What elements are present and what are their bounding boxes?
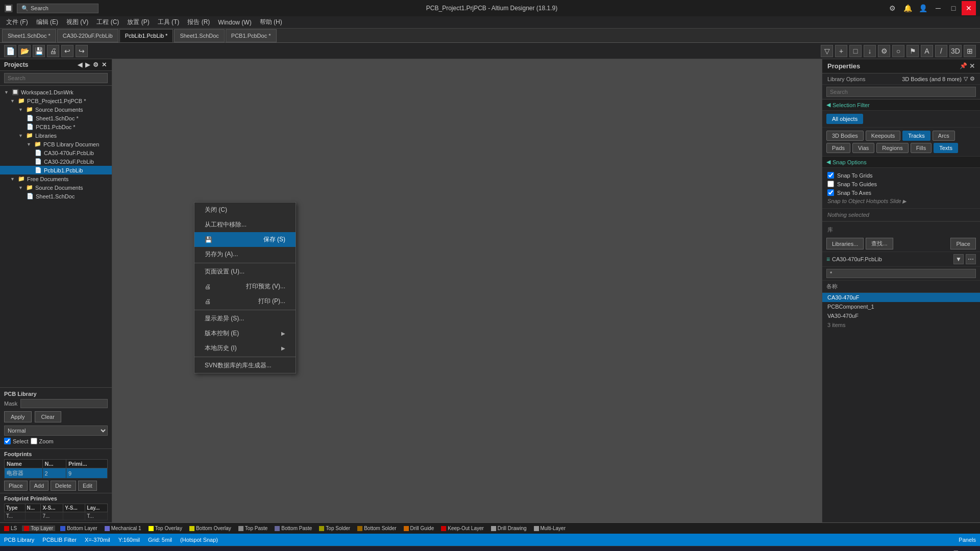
toolbar-3d[interactable]: 3D (949, 45, 962, 57)
ctx-save-as[interactable]: 另存为 (A)... (194, 247, 296, 262)
menu-edit[interactable]: 编辑 (E) (32, 17, 62, 28)
add-button[interactable]: Add (30, 481, 49, 491)
snap-axes-check[interactable] (827, 189, 834, 196)
list-item[interactable]: CA30-470uF (822, 293, 980, 302)
lib-place-button[interactable]: Place (950, 238, 976, 249)
selection-filter-header[interactable]: ◀ Selection Filter (822, 99, 980, 111)
ctx-close[interactable]: 关闭 (C) (194, 203, 296, 217)
layer-keepout[interactable]: Keep-Out Layer (439, 525, 486, 531)
taskbar-edge[interactable]: 🌐 (188, 547, 206, 552)
notification-icon[interactable]: 🔔 (900, 1, 915, 15)
layer-bottom-solder[interactable]: Bottom Solder (355, 525, 398, 531)
filter-arcs[interactable]: Arcs (933, 131, 955, 141)
tree-ca30-470[interactable]: 📄 CA30-470uF.PcbLib (0, 148, 112, 157)
list-item[interactable]: VA30-470uF (822, 311, 980, 320)
libraries-button[interactable]: Libraries... (826, 238, 864, 249)
menu-project[interactable]: 工程 (C) (92, 17, 123, 28)
gear-icon[interactable]: ⚙ (885, 1, 899, 15)
normal-select[interactable]: Normal (4, 425, 108, 436)
taskbar-ie[interactable]: 🌐 (229, 547, 247, 552)
toolbar-extra[interactable]: ⊞ (964, 45, 976, 57)
filter-icon[interactable]: ▽ (964, 76, 968, 82)
start-button[interactable] (4, 547, 22, 552)
tree-source-docs2[interactable]: ▼ 📁 Source Documents (0, 183, 112, 192)
tree-sheet1-schdoc2[interactable]: 📄 Sheet1.SchDoc (0, 192, 112, 201)
ctx-remove[interactable]: 从工程中移除... (194, 217, 296, 232)
lib-filter-input[interactable] (826, 269, 976, 278)
properties-search-input[interactable] (826, 87, 976, 97)
menu-place[interactable]: 放置 (P) (123, 17, 153, 28)
snap-grids-check[interactable] (827, 172, 834, 179)
taskbar-app2[interactable]: 🔴 (270, 547, 288, 552)
zoom-check[interactable] (31, 438, 37, 444)
panel-settings[interactable]: ⚙ (92, 61, 100, 68)
tree-project[interactable]: ▼ 📁 PCB_Project1.PrjPCB * (0, 96, 112, 105)
list-item[interactable]: PCBComponent_1 (822, 302, 980, 311)
snap-options-header[interactable]: ◀ Snap Options (822, 157, 980, 168)
layer-bottom-overlay[interactable]: Bottom Overlay (187, 525, 233, 531)
layer-drill-guide[interactable]: Drill Guide (402, 525, 436, 531)
ctx-print-preview[interactable]: 🖨 打印预览 (V)... (194, 279, 296, 294)
tree-free-docs[interactable]: ▼ 📁 Free Documents (0, 174, 112, 183)
mask-input[interactable] (20, 399, 108, 408)
ctx-svn-lib[interactable]: SVN数据库的库生成器... (194, 358, 296, 373)
ctx-version-ctrl[interactable]: 版本控制 (E) ▶ (194, 326, 296, 341)
filter-pads[interactable]: Pads (826, 143, 850, 153)
panel-close[interactable]: ✕ (101, 61, 108, 68)
tab-pcb1-pcbdoc[interactable]: PCB1.PcbDoc * (226, 29, 277, 42)
find-button[interactable]: 查找... (866, 238, 893, 249)
filter-fills[interactable]: Fills (911, 143, 932, 153)
taskbar-taskview[interactable]: ⧉ (167, 547, 186, 552)
delete-button[interactable]: Delete (51, 481, 76, 491)
toolbar-settings2[interactable]: ⚙ (878, 45, 890, 57)
tab-pcblib1[interactable]: PcbLib1.PcbLib * (119, 29, 174, 42)
maximize-button[interactable]: □ (946, 1, 961, 15)
toolbar-text[interactable]: A (921, 45, 933, 57)
ctx-show-diff[interactable]: 显示差异 (S)... (194, 311, 296, 326)
toolbar-new[interactable]: 📄 (4, 45, 16, 57)
tab-sheet1-schdoc[interactable]: Sheet1.SchDoc * (2, 29, 56, 42)
toolbar-save[interactable]: 💾 (33, 45, 45, 57)
settings-icon[interactable]: ⚙ (970, 76, 975, 82)
taskbar-app4[interactable]: 💻 (310, 547, 329, 552)
menu-help[interactable]: 帮助 (H) (256, 17, 286, 28)
taskbar-app5[interactable]: 📋 (331, 547, 349, 552)
select-check[interactable] (4, 438, 11, 444)
toolbar-circle[interactable]: ○ (892, 45, 904, 57)
toolbar-rect[interactable]: □ (849, 45, 862, 57)
tab-ca30-pcblib[interactable]: CA30-220uF.PcbLib (57, 29, 118, 42)
all-objects-button[interactable]: All objects (826, 114, 863, 124)
layer-mech1[interactable]: Mechanical 1 (103, 525, 143, 531)
menu-window[interactable]: Window (W) (214, 18, 255, 27)
minimize-button[interactable]: ─ (931, 1, 945, 15)
snap-guides-check[interactable] (827, 181, 834, 187)
toolbar-add-net[interactable]: + (835, 45, 847, 57)
layer-drill-drawing[interactable]: Drill Drawing (489, 525, 529, 531)
filter-vias[interactable]: Vias (852, 143, 874, 153)
layer-top[interactable]: Top Layer (22, 525, 55, 531)
menu-report[interactable]: 报告 (R) (183, 17, 214, 28)
taskbar-app6[interactable]: 🟡 (351, 547, 370, 552)
lib-dropdown-arrow[interactable]: ▼ (953, 254, 964, 264)
clear-button[interactable]: Clear (35, 411, 61, 422)
toolbar-undo[interactable]: ↩ (61, 45, 74, 57)
toolbar-line[interactable]: / (935, 45, 947, 57)
filter-regions[interactable]: Regions (876, 143, 908, 153)
ctx-print[interactable]: 🖨 打印 (P)... (194, 294, 296, 309)
filter-tracks[interactable]: Tracks (902, 131, 930, 141)
tree-pcb-lib-doc[interactable]: ▼ 📁 PCB Library Documen (0, 140, 112, 148)
tree-libraries[interactable]: ▼ 📁 Libraries (0, 131, 112, 140)
layer-bottom-paste[interactable]: Bottom Paste (273, 525, 314, 531)
ctx-save[interactable]: 💾 保存 (S) (194, 232, 296, 247)
edit-button[interactable]: Edit (78, 481, 97, 491)
taskbar-browser[interactable]: 🌍 (249, 547, 267, 552)
toolbar-arrow-down[interactable]: ↓ (864, 45, 876, 57)
tree-pcblib1[interactable]: 📄 PcbLib1.PcbLib (0, 166, 112, 174)
table-row[interactable]: 电容器 2 9 (5, 468, 108, 479)
ctx-local-history[interactable]: 本地历史 (I) ▶ (194, 341, 296, 356)
panel-left-arrow[interactable]: ◀ (77, 61, 83, 68)
layer-top-solder[interactable]: Top Solder (317, 525, 352, 531)
panels-button[interactable]: Panels (959, 537, 976, 543)
panel-right-arrow[interactable]: ▶ (84, 61, 91, 68)
tree-pcb1-pcbdoc[interactable]: 📄 PCB1.PcbDoc * (0, 122, 112, 131)
